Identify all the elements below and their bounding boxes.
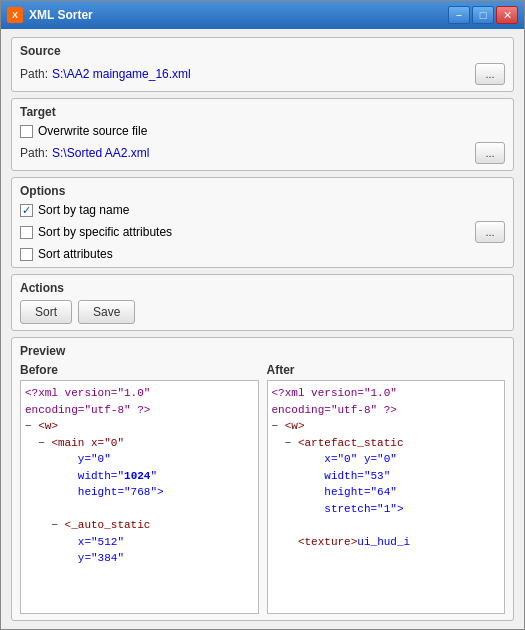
sort-attr-browse-button[interactable]: ...	[475, 221, 505, 243]
sort-by-tag-label: Sort by tag name	[38, 203, 129, 217]
xml-line: x="512"	[25, 534, 254, 551]
xml-line: encoding="utf-8" ?>	[25, 402, 254, 419]
xml-line: encoding="utf-8" ?>	[272, 402, 501, 419]
window-title: XML Sorter	[29, 8, 93, 22]
xml-line: height="64"	[272, 484, 501, 501]
main-window: X XML Sorter − □ ✕ Source Path: S:\AA2 m…	[0, 0, 525, 630]
app-icon: X	[7, 7, 23, 23]
sort-by-tag-checkbox[interactable]: ✓	[20, 204, 33, 217]
source-title: Source	[20, 44, 505, 58]
before-panel: Before <?xml version="1.0" encoding="utf…	[20, 363, 259, 614]
sort-by-attr-checkbox[interactable]	[20, 226, 33, 239]
source-browse-button[interactable]: ...	[475, 63, 505, 85]
source-path-value: S:\AA2 maingame_16.xml	[52, 67, 471, 81]
xml-line	[272, 517, 501, 534]
xml-line: − <w>	[25, 418, 254, 435]
before-content[interactable]: <?xml version="1.0" encoding="utf-8" ?> …	[20, 380, 259, 614]
preview-section: Preview Before <?xml version="1.0" encod…	[11, 337, 514, 621]
save-button[interactable]: Save	[78, 300, 135, 324]
main-content: Source Path: S:\AA2 maingame_16.xml ... …	[1, 29, 524, 629]
source-section: Source Path: S:\AA2 maingame_16.xml ...	[11, 37, 514, 92]
options-title: Options	[20, 184, 505, 198]
target-path-value: S:\Sorted AA2.xml	[52, 146, 471, 160]
overwrite-checkbox[interactable]	[20, 125, 33, 138]
target-browse-button[interactable]: ...	[475, 142, 505, 164]
checkmark-icon: ✓	[22, 205, 31, 216]
xml-line: stretch="1">	[272, 501, 501, 518]
overwrite-row: Overwrite source file	[20, 124, 505, 138]
xml-line: − <_auto_static	[25, 517, 254, 534]
target-path-row: Path: S:\Sorted AA2.xml ...	[20, 142, 505, 164]
xml-line	[25, 501, 254, 518]
overwrite-label: Overwrite source file	[38, 124, 147, 138]
actions-title: Actions	[20, 281, 505, 295]
actions-buttons-row: Sort Save	[20, 300, 505, 324]
after-title: After	[267, 363, 506, 377]
xml-line: y="0"	[25, 451, 254, 468]
sort-by-tag-row: ✓ Sort by tag name	[20, 203, 505, 217]
sort-attrs-checkbox[interactable]	[20, 248, 33, 261]
xml-line: y="384"	[25, 550, 254, 567]
title-buttons: − □ ✕	[448, 6, 518, 24]
options-section: Options ✓ Sort by tag name Sort by speci…	[11, 177, 514, 268]
xml-line: − <artefact_static	[272, 435, 501, 452]
xml-line: <texture>ui_hud_i	[272, 534, 501, 551]
before-title: Before	[20, 363, 259, 377]
minimize-button[interactable]: −	[448, 6, 470, 24]
sort-by-attr-label: Sort by specific attributes	[38, 225, 172, 239]
title-bar: X XML Sorter − □ ✕	[1, 1, 524, 29]
xml-line: <?xml version="1.0"	[272, 385, 501, 402]
target-title: Target	[20, 105, 505, 119]
after-panel: After <?xml version="1.0" encoding="utf-…	[267, 363, 506, 614]
preview-panels: Before <?xml version="1.0" encoding="utf…	[20, 363, 505, 614]
xml-line: width="53"	[272, 468, 501, 485]
maximize-button[interactable]: □	[472, 6, 494, 24]
xml-line: x="0" y="0"	[272, 451, 501, 468]
xml-line: − <main x="0"	[25, 435, 254, 452]
sort-attrs-row: Sort attributes	[20, 247, 505, 261]
sort-button[interactable]: Sort	[20, 300, 72, 324]
xml-line: <?xml version="1.0"	[25, 385, 254, 402]
preview-title: Preview	[20, 344, 505, 358]
sort-by-attr-row: Sort by specific attributes ...	[20, 221, 505, 243]
xml-line: − <w>	[272, 418, 501, 435]
sort-attrs-label: Sort attributes	[38, 247, 113, 261]
source-path-label: Path:	[20, 67, 48, 81]
target-path-label: Path:	[20, 146, 48, 160]
after-content[interactable]: <?xml version="1.0" encoding="utf-8" ?> …	[267, 380, 506, 614]
close-button[interactable]: ✕	[496, 6, 518, 24]
actions-section: Actions Sort Save	[11, 274, 514, 331]
target-section: Target Overwrite source file Path: S:\So…	[11, 98, 514, 171]
source-path-row: Path: S:\AA2 maingame_16.xml ...	[20, 63, 505, 85]
title-bar-left: X XML Sorter	[7, 7, 93, 23]
xml-line: height="768">	[25, 484, 254, 501]
xml-line: width="1024"	[25, 468, 254, 485]
